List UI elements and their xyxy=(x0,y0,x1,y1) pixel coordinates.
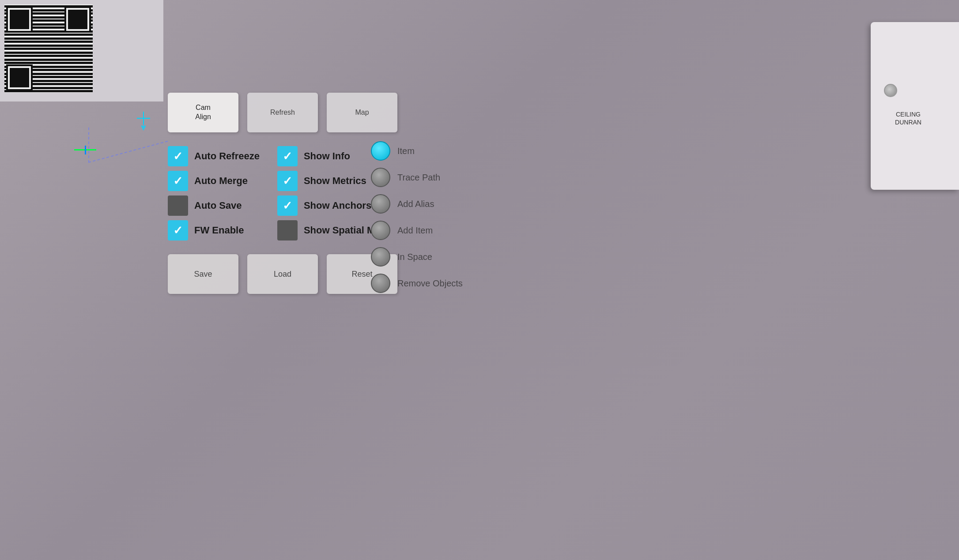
radio-remove-objects-label: Remove Objects xyxy=(397,278,463,289)
checkbox-row-fw-enable: ✓ FW Enable xyxy=(168,220,260,241)
save-button[interactable]: Save xyxy=(168,254,238,294)
radio-in-space-label: In Space xyxy=(397,252,432,262)
radio-trace-path-label: Trace Path xyxy=(397,173,440,183)
radio-row-remove-objects: Remove Objects xyxy=(371,274,463,293)
radio-item[interactable] xyxy=(371,141,390,161)
checkbox-row-show-anchors: ✓ Show Anchors xyxy=(277,195,386,216)
show-spatial-map-checkbox[interactable] xyxy=(277,220,298,241)
radio-item-label: Item xyxy=(397,146,415,156)
show-metrics-label: Show Metrics xyxy=(304,175,366,187)
radio-add-alias-label: Add Alias xyxy=(397,199,434,209)
auto-refreeze-label: Auto Refreeze xyxy=(194,150,260,162)
auto-merge-checkbox[interactable]: ✓ xyxy=(168,171,188,191)
radio-row-item: Item xyxy=(371,141,463,161)
cam-align-button[interactable]: CamAlign xyxy=(168,93,238,132)
show-anchors-label: Show Anchors xyxy=(304,200,371,211)
reset-label: Reset xyxy=(351,270,372,279)
checkbox-col-left: ✓ Auto Refreeze ✓ Auto Merge Auto Save ✓ xyxy=(168,146,260,241)
load-button[interactable]: Load xyxy=(247,254,318,294)
radio-add-alias[interactable] xyxy=(371,194,390,214)
radio-remove-objects[interactable] xyxy=(371,274,390,293)
auto-save-checkbox[interactable] xyxy=(168,195,188,216)
save-label: Save xyxy=(194,270,212,279)
auto-merge-label: Auto Merge xyxy=(194,175,248,187)
device-label: CEILINGDUNRAN xyxy=(875,110,941,126)
radio-add-item[interactable] xyxy=(371,221,390,240)
radio-in-space[interactable] xyxy=(371,247,390,267)
checkbox-col-right: ✓ Show Info ✓ Show Metrics ✓ Show Anchor… xyxy=(277,146,386,241)
map-button[interactable]: Map xyxy=(327,93,397,132)
auto-save-label: Auto Save xyxy=(194,200,242,211)
radio-row-in-space: In Space xyxy=(371,247,463,267)
top-button-group: CamAlign Refresh Map xyxy=(168,93,442,132)
radio-panel: Item Trace Path Add Alias Add Item In Sp… xyxy=(371,141,463,293)
checkbox-row-show-spatial-map: Show Spatial Map xyxy=(277,220,386,241)
show-metrics-checkbox[interactable]: ✓ xyxy=(277,171,298,191)
checkbox-row-auto-refreeze: ✓ Auto Refreeze xyxy=(168,146,260,167)
checkbox-row-auto-save: Auto Save xyxy=(168,195,260,216)
refresh-label: Refresh xyxy=(270,108,295,117)
radio-add-item-label: Add Item xyxy=(397,226,433,236)
radio-trace-path[interactable] xyxy=(371,168,390,187)
fw-enable-label: FW Enable xyxy=(194,225,244,236)
device-panel: CEILINGDUNRAN xyxy=(871,22,959,190)
map-label: Map xyxy=(355,108,369,117)
device-screw xyxy=(884,84,897,97)
radio-row-trace-path: Trace Path xyxy=(371,168,463,187)
show-anchors-checkbox[interactable]: ✓ xyxy=(277,195,298,216)
checkbox-row-auto-merge: ✓ Auto Merge xyxy=(168,170,260,192)
show-info-label: Show Info xyxy=(304,150,350,162)
checkbox-row-show-metrics: ✓ Show Metrics xyxy=(277,170,386,192)
show-info-checkbox[interactable]: ✓ xyxy=(277,146,298,166)
fw-enable-checkbox[interactable]: ✓ xyxy=(168,220,188,241)
checkbox-row-show-info: ✓ Show Info xyxy=(277,146,386,167)
load-label: Load xyxy=(274,270,291,279)
auto-refreeze-checkbox[interactable]: ✓ xyxy=(168,146,188,166)
cam-align-label: CamAlign xyxy=(195,103,211,122)
radio-row-add-alias: Add Alias xyxy=(371,194,463,214)
radio-row-add-item: Add Item xyxy=(371,221,463,240)
qr-code-image xyxy=(0,0,163,101)
refresh-button[interactable]: Refresh xyxy=(247,93,318,132)
